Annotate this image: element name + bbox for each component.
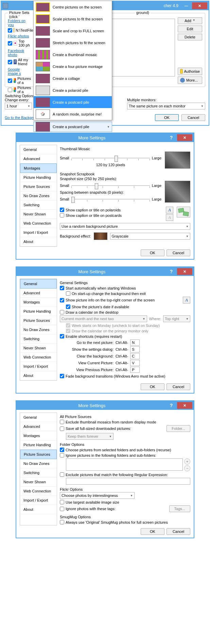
flickr-checkbox[interactable]	[8, 41, 12, 46]
cancel-button[interactable]: Cancel	[167, 383, 190, 390]
mode-postcard[interactable]: Create a postcard pile	[34, 96, 112, 108]
tab-general[interactable]: General	[20, 145, 57, 154]
close-button[interactable]: ✕	[192, 2, 207, 9]
shortcut-settings-key[interactable]	[130, 346, 140, 352]
cancel-button[interactable]: Cancel	[167, 249, 190, 256]
monitor-mode-dropdown[interactable]: The same picture on each monitor▼	[127, 103, 205, 109]
tab-about[interactable]: About	[20, 505, 57, 514]
tab-switching[interactable]: Switching	[20, 201, 57, 210]
help-button[interactable]: ?	[166, 134, 176, 141]
flickr-group-link[interactable]: Flickr photos	[8, 34, 31, 38]
calendar-position-dropdown[interactable]: Top right▼	[163, 315, 190, 322]
tab-advanced[interactable]: Advanced	[20, 422, 57, 431]
tab-switching[interactable]: Switching	[20, 334, 57, 344]
cancel-button[interactable]: Cancel	[181, 114, 205, 121]
ok-button[interactable]: OK	[141, 383, 164, 390]
close-button[interactable]: ✕	[177, 268, 192, 275]
tab-picture-handling[interactable]: Picture Handling	[20, 440, 57, 450]
smugmug-original-checkbox[interactable]	[60, 520, 64, 524]
shortcut-prev-key[interactable]	[130, 367, 140, 373]
postcard-font-button[interactable]: A	[166, 214, 173, 221]
ignore-folders-textbox[interactable]	[66, 458, 183, 471]
help-button[interactable]: ?	[166, 268, 176, 275]
keep-duration-dropdown[interactable]: Keep them forever▼	[66, 433, 113, 440]
tab-about[interactable]: About	[20, 371, 57, 380]
tab-switching[interactable]: Switching	[20, 468, 57, 477]
shortcut-clear-key[interactable]	[130, 353, 140, 359]
tab-no-draw[interactable]: No Draw Zones	[20, 459, 57, 468]
folder-checkbox[interactable]	[8, 28, 12, 33]
mode-scale-fit[interactable]: Scale pictures to fit the screen	[34, 13, 112, 25]
tab-never-shown[interactable]: Never Shown	[20, 210, 57, 219]
montage-style-button[interactable]: ▼	[177, 207, 190, 217]
flickr-sort-dropdown[interactable]: Choose photos by interestingness▼	[60, 492, 135, 499]
fade-checkbox[interactable]	[60, 374, 64, 378]
tab-import-export[interactable]: Import / Export	[20, 362, 57, 371]
exclude-mosaic-checkbox[interactable]	[60, 420, 64, 424]
ignore-folders-checkbox[interactable]	[60, 453, 64, 457]
tab-picture-sources[interactable]: Picture Sources	[20, 450, 57, 459]
tab-montages[interactable]: Montages	[20, 163, 57, 173]
tab-advanced[interactable]: Advanced	[20, 154, 57, 163]
background-picture-dropdown[interactable]: Use a random background picture▼	[60, 223, 190, 230]
tab-picture-sources[interactable]: Picture Sources	[20, 316, 57, 325]
google-group-link[interactable]: Google image s	[8, 67, 31, 75]
mode-centre[interactable]: Centre pictures on the screen	[34, 1, 112, 13]
delete-button[interactable]: Delete	[178, 34, 202, 40]
calendar-months-dropdown[interactable]: Current month and the next two▼	[60, 315, 147, 322]
startup-change-checkbox[interactable]	[66, 291, 70, 296]
shortcut-next-key[interactable]	[130, 340, 140, 346]
ignore-tags-checkbox[interactable]	[60, 507, 64, 511]
recurse-checkbox[interactable]	[60, 448, 64, 452]
enable-shortcuts-checkbox[interactable]	[60, 334, 64, 338]
tab-no-draw[interactable]: No Draw Zones	[20, 191, 57, 201]
tab-never-shown[interactable]: Never Shown	[20, 477, 57, 487]
tab-import-export[interactable]: Import / Export	[20, 496, 57, 505]
tab-import-export[interactable]: Import / Export	[20, 228, 57, 237]
caption-postcard-checkbox[interactable]	[60, 213, 64, 217]
add-button[interactable]: Add▼	[178, 17, 202, 24]
start-auto-checkbox[interactable]	[60, 286, 64, 290]
cancel-button[interactable]: Cancel	[167, 528, 190, 535]
tab-web-conn[interactable]: Web Connection	[20, 487, 57, 496]
largest-checkbox[interactable]	[60, 500, 64, 504]
authorise-button[interactable]: Authorise	[178, 68, 202, 75]
ok-button[interactable]: OK	[155, 114, 179, 121]
mode-combobox[interactable]: Create a postcard pile ▼	[33, 122, 112, 132]
help-button[interactable]: ?	[166, 402, 176, 409]
tab-advanced[interactable]: Advanced	[20, 289, 57, 298]
close-button[interactable]: ✕	[177, 402, 192, 409]
draw-calendar-checkbox[interactable]	[60, 310, 64, 314]
tab-web-conn[interactable]: Web Connection	[20, 219, 57, 228]
caption-polaroid-checkbox[interactable]	[60, 208, 64, 212]
add-ignore-folder-button[interactable]: +	[184, 458, 190, 465]
remove-ignore-folder-button[interactable]: −	[184, 465, 190, 471]
tags-button[interactable]: Tags...	[169, 505, 190, 512]
regex-textbox[interactable]	[66, 478, 190, 485]
tab-picture-sources[interactable]: Picture Sources	[20, 182, 57, 191]
ok-button[interactable]: OK	[141, 528, 164, 535]
tab-montages[interactable]: Montages	[20, 431, 57, 440]
tab-picture-handling[interactable]: Picture Handling	[20, 173, 57, 182]
mosaic-size-slider[interactable]	[71, 155, 150, 161]
more-button[interactable]: More...	[178, 76, 202, 84]
facebook-group-link[interactable]: Facebook photo	[8, 49, 31, 57]
tab-web-conn[interactable]: Web Connection	[20, 353, 57, 362]
polaroid-font-button[interactable]: A	[166, 207, 173, 213]
tab-general[interactable]: General	[20, 413, 57, 422]
tab-montages[interactable]: Montages	[20, 298, 57, 307]
folders-group-link[interactable]: Folders on you	[8, 19, 31, 27]
interval-dropdown[interactable]: 1 hour▼	[5, 103, 32, 109]
fb-checkbox[interactable]	[8, 60, 12, 64]
tab-picture-handling[interactable]: Picture Handling	[20, 307, 57, 316]
folder-button[interactable]: Folder...	[167, 425, 190, 432]
mode-scale-crop[interactable]: Scale and crop to FULL screen	[34, 25, 112, 37]
exclude-regex-checkbox[interactable]	[60, 472, 64, 477]
bg-effect-dropdown[interactable]: Grayscale▼	[110, 233, 190, 240]
save-full-checkbox[interactable]	[60, 427, 64, 431]
google-checkbox-2[interactable]	[8, 88, 12, 92]
info-font-button[interactable]: A	[183, 297, 190, 303]
show-date-checkbox[interactable]	[66, 304, 70, 309]
mode-random[interactable]: 🎲A random mode, surprise me!	[34, 108, 112, 120]
edit-button[interactable]: Edit	[178, 25, 202, 32]
